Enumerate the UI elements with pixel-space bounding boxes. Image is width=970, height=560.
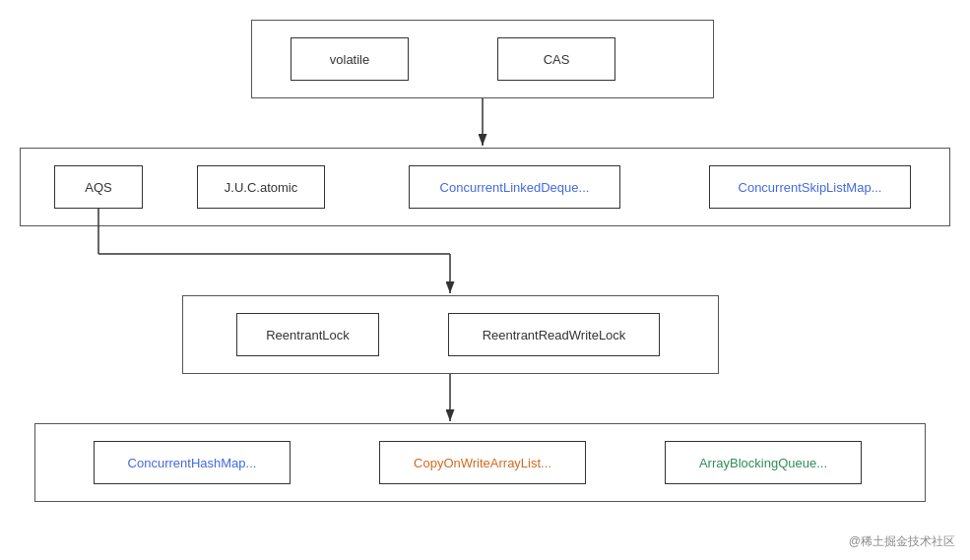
box-jucatomic: J.U.C.atomic — [197, 165, 325, 209]
box-copyonwritearraylist: CopyOnWriteArrayList... — [379, 441, 586, 484]
box-concurrentlinkeddeque: ConcurrentLinkedDeque... — [409, 165, 620, 209]
diagram-container: volatile CAS AQS J.U.C.atomic Concurrent… — [0, 0, 970, 560]
box-cas: CAS — [497, 37, 615, 81]
box-reentrantlock: ReentrantLock — [236, 313, 379, 356]
box-aqs: AQS — [54, 165, 143, 209]
box-concurrenthashmap: ConcurrentHashMap... — [94, 441, 291, 484]
box-volatile: volatile — [291, 37, 409, 81]
box-arrayblockingqueue: ArrayBlockingQueue... — [665, 441, 862, 484]
box-reentrantreadwritelock: ReentrantReadWriteLock — [448, 313, 660, 356]
watermark: @稀土掘金技术社区 — [849, 533, 955, 550]
box-concurrentskiplistmap: ConcurrentSkipListMap... — [709, 165, 911, 209]
